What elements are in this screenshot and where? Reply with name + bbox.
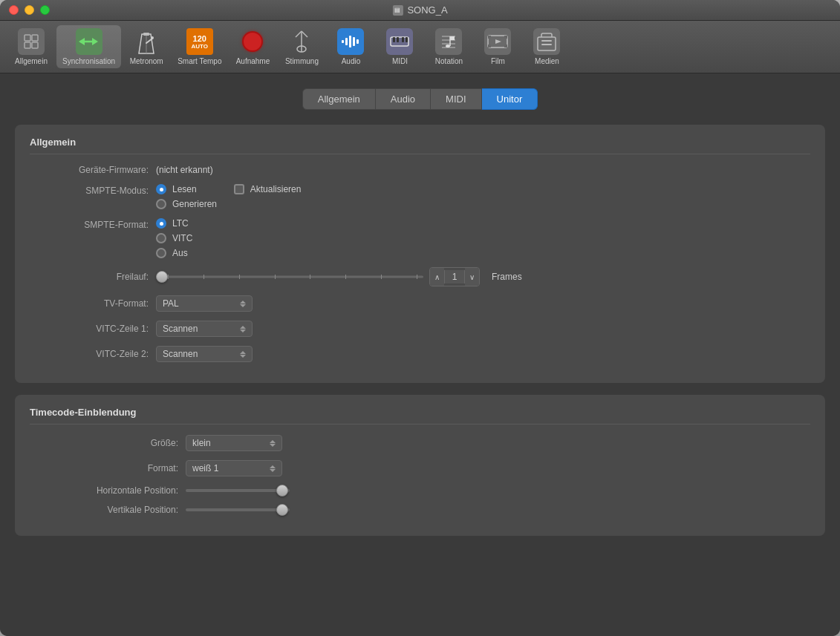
radio-vitc-btn[interactable] [156,233,166,243]
geraete-firmware-label: Geräte-Firmware: [30,165,149,175]
toolbar-item-film[interactable]: Film [474,25,521,68]
radio-lesen-btn[interactable] [156,184,166,194]
svg-line-14 [302,31,307,37]
vitc-zeile2-arrow-up [240,351,246,354]
maximize-button[interactable] [40,5,50,15]
freilauf-down-btn[interactable]: ∧ [430,268,444,286]
freilauf-track [156,276,423,278]
toolbar-item-metronom[interactable]: Metronom [123,25,170,68]
allgemein-icon [18,28,45,55]
toolbar-item-allgemein[interactable]: Allgemein [7,25,55,68]
freilauf-stepper: ∧ 1 ∨ [429,267,480,286]
svg-rect-37 [504,45,507,47]
tab-allgemein[interactable]: Allgemein [302,88,376,110]
radio-aus[interactable]: Aus [156,248,192,258]
h-position-row: Horizontale Position: [30,485,810,496]
radio-vitc[interactable]: VITC [156,233,192,243]
titlebar: ▤ SONG_A [0,0,840,21]
vitc-zeile1-select[interactable]: Scannen [156,321,253,337]
svg-marker-38 [495,39,501,44]
traffic-lights [9,5,50,15]
format-select[interactable]: weiß 1 [186,460,282,476]
svg-rect-23 [397,37,399,42]
geraete-firmware-value: (nicht erkannt) [156,165,213,175]
freilauf-slider[interactable] [156,269,423,284]
format-row: Format: weiß 1 [30,460,810,476]
format-label: Format: [30,463,178,473]
svg-rect-2 [25,42,30,48]
svg-rect-0 [25,35,30,41]
timecode-section: Timecode-Einblendung Größe: klein Format… [15,395,825,536]
tab-unitor[interactable]: Unitor [482,88,538,110]
main-content: Allgemein Audio MIDI Unitor Allgemein Ge… [0,73,840,636]
toolbar-item-synchronisation[interactable]: Synchronisation [56,25,121,68]
medien-icon [533,28,560,55]
toolbar-item-aufnahme[interactable]: Aufnahme [229,25,276,68]
toolbar-item-midi[interactable]: MIDI [376,25,423,68]
vitc-zeile1-arrow-up [240,326,246,329]
vitc-zeile1-value: Scannen [163,324,198,334]
main-window: ▤ SONG_A Allgemein [0,0,840,636]
groesse-select[interactable]: klein [186,435,282,451]
radio-aus-label: Aus [172,248,188,258]
freilauf-thumb[interactable] [156,271,168,283]
svg-rect-25 [406,37,408,42]
svg-marker-6 [79,38,85,45]
svg-rect-41 [541,44,552,45]
v-position-thumb[interactable] [276,504,288,516]
groesse-arrow-down [270,444,276,447]
radio-aus-btn[interactable] [156,248,166,258]
h-position-label: Horizontale Position: [30,485,178,496]
radio-ltc-label: LTC [172,218,189,229]
tv-format-arrow-down [240,304,246,307]
vitc-zeile2-select[interactable]: Scannen [156,346,253,362]
toolbar-item-medien[interactable]: Medien [523,25,570,68]
svg-point-10 [151,36,154,39]
svg-rect-35 [504,36,507,39]
freilauf-value: 1 [444,270,465,283]
tab-midi[interactable]: MIDI [431,88,481,110]
v-position-slider[interactable] [186,508,290,511]
allgemein-section: Allgemein Geräte-Firmware: (nicht erkann… [15,125,825,383]
radio-ltc-btn[interactable] [156,218,166,229]
svg-rect-19 [353,37,355,46]
metronome-icon [133,28,160,55]
minimize-button[interactable] [25,5,34,15]
v-position-label: Vertikale Position: [30,505,178,515]
radio-generieren-btn[interactable] [156,199,166,209]
vitc-zeile2-arrows [240,351,246,358]
radio-lesen[interactable]: Lesen [156,184,197,194]
tab-audio[interactable]: Audio [376,88,431,110]
midi-icon [386,28,413,55]
smpte-format-options: LTC VITC Aus [156,218,192,258]
title-icon: ▤ [392,5,403,16]
notation-icon [435,28,462,55]
smpte-modus-row: SMPTE-Modus: Lesen Aktualisieren [30,184,810,209]
close-button[interactable] [9,5,19,15]
toolbar-item-stimmung[interactable]: Stimmung [278,25,325,68]
checkbox-aktualisieren-btn[interactable] [234,184,244,194]
radio-aktualisieren[interactable]: Aktualisieren [234,184,302,194]
h-position-thumb[interactable] [276,485,288,496]
toolbar-label-notation: Notation [435,57,463,65]
toolbar-item-smart-tempo[interactable]: 120 AUTO Smart Tempo [172,25,227,68]
toolbar-item-audio[interactable]: Audio [327,25,374,68]
tab-bar: Allgemein Audio MIDI Unitor [15,88,825,110]
window-title: ▤ SONG_A [392,4,447,16]
radio-aktualisieren-label: Aktualisieren [250,184,302,194]
smpte-modus-row1: Lesen Aktualisieren [156,184,301,194]
smpte-format-label: SMPTE-Format: [30,218,149,230]
svg-point-30 [446,45,450,47]
svg-rect-22 [393,37,395,42]
format-arrow-down [270,469,276,472]
tv-format-select[interactable]: PAL [156,295,253,312]
toolbar-item-notation[interactable]: Notation [425,25,472,68]
timecode-section-title: Timecode-Einblendung [30,407,810,424]
radio-ltc[interactable]: LTC [156,218,192,229]
radio-generieren[interactable]: Generieren [156,199,301,209]
vitc-zeile2-value: Scannen [163,349,198,359]
h-position-slider[interactable] [186,489,290,492]
geraete-firmware-row: Geräte-Firmware: (nicht erkannt) [30,165,810,175]
vitc-zeile1-label: VITC-Zeile 1: [30,324,149,334]
freilauf-up-btn[interactable]: ∨ [465,268,479,286]
